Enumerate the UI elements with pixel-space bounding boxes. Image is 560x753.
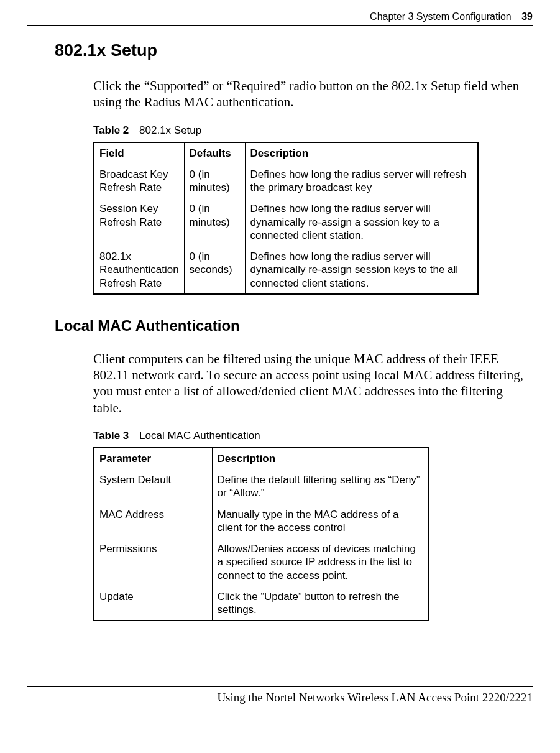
- cell-field: 802.1x Reauthentication Refresh Rate: [94, 246, 184, 294]
- cell-defaults: 0 (in minutes): [184, 198, 245, 246]
- table-header-row: Parameter Description: [94, 448, 428, 469]
- page-header: Chapter 3 System Configuration 39: [27, 11, 533, 25]
- table-row: Session Key Refresh Rate 0 (in minutes) …: [94, 198, 478, 246]
- th-field: Field: [94, 142, 184, 164]
- section-paragraph-8021x: Click the “Supported” or “Required” radi…: [93, 78, 533, 111]
- table-row: System Default Define the default filter…: [94, 469, 428, 504]
- th-description: Description: [245, 142, 478, 164]
- cell-field: Session Key Refresh Rate: [94, 198, 184, 246]
- table3-caption: Table 3 Local MAC Authentication: [93, 430, 533, 442]
- cell-desc: Define the default filtering setting as …: [212, 469, 428, 504]
- table-row: Broadcast Key Refresh Rate 0 (in minutes…: [94, 164, 478, 198]
- section-paragraph-local-mac: Client computers can be filtered using t…: [93, 351, 533, 416]
- cell-desc: Defines how long the radius server will …: [245, 164, 478, 198]
- cell-defaults: 0 (in seconds): [184, 246, 245, 294]
- th-defaults: Defaults: [184, 142, 245, 164]
- page-footer: Using the Nortel Networks Wireless LAN A…: [0, 687, 560, 719]
- section-heading-local-mac: Local MAC Authentication: [55, 317, 533, 335]
- table-row: MAC Address Manually type in the MAC add…: [94, 504, 428, 538]
- table-header-row: Field Defaults Description: [94, 142, 478, 164]
- cell-param: Permissions: [94, 538, 212, 586]
- page-number: 39: [521, 11, 533, 22]
- cell-param: MAC Address: [94, 504, 212, 538]
- cell-defaults: 0 (in minutes): [184, 164, 245, 198]
- cell-desc: Defines how long the radius server will …: [245, 246, 478, 294]
- table-row: 802.1x Reauthentication Refresh Rate 0 (…: [94, 246, 478, 294]
- th-description: Description: [212, 448, 428, 469]
- cell-desc: Manually type in the MAC address of a cl…: [212, 504, 428, 538]
- cell-field: Broadcast Key Refresh Rate: [94, 164, 184, 198]
- table-row: Update Click the “Update” button to refr…: [94, 586, 428, 621]
- table2-label: Table 2: [93, 124, 129, 136]
- cell-desc: Click the “Update” button to refresh the…: [212, 586, 428, 621]
- table3-label: Table 3: [93, 430, 129, 441]
- cell-desc: Defines how long the radius server will …: [245, 198, 478, 246]
- cell-param: Update: [94, 586, 212, 621]
- table-row: Permissions Allows/Denies access of devi…: [94, 538, 428, 586]
- cell-param: System Default: [94, 469, 212, 504]
- table2-caption: Table 2 802.1x Setup: [93, 124, 533, 137]
- table-local-mac-auth: Parameter Description System Default Def…: [93, 447, 429, 622]
- cell-desc: Allows/Denies access of devices matching…: [212, 538, 428, 586]
- section-heading-8021x: 802.1x Setup: [55, 41, 533, 60]
- th-parameter: Parameter: [94, 448, 212, 469]
- table3-title: Local MAC Authentication: [139, 430, 260, 441]
- chapter-label: Chapter 3 System Configuration: [370, 11, 512, 22]
- table2-title: 802.1x Setup: [139, 124, 201, 136]
- table-8021x-setup: Field Defaults Description Broadcast Key…: [93, 142, 479, 295]
